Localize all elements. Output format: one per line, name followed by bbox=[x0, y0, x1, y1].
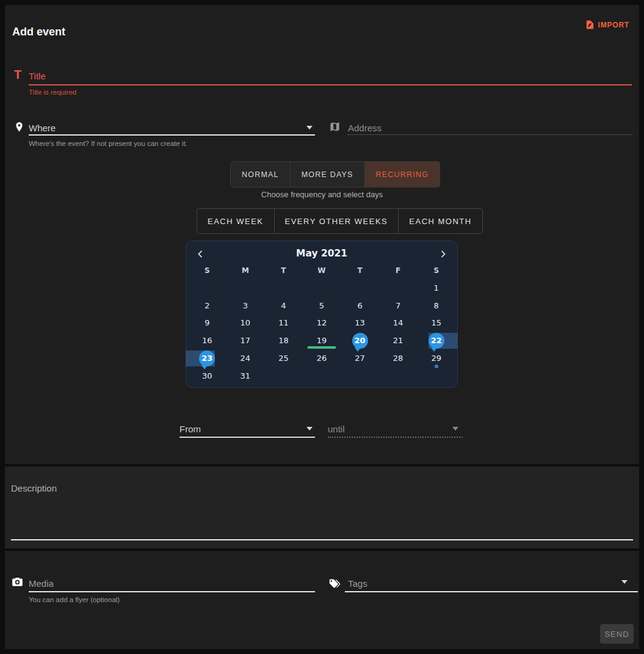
calendar-day-number: 16 bbox=[199, 333, 215, 349]
calendar-day[interactable]: 31 bbox=[226, 367, 265, 385]
calendar-day-number: 9 bbox=[199, 315, 215, 331]
calendar-day[interactable]: 7 bbox=[379, 297, 418, 314]
send-button[interactable]: SEND bbox=[600, 624, 634, 644]
calendar-day-number bbox=[314, 280, 330, 296]
tags-select[interactable]: Tags bbox=[348, 578, 367, 589]
calendar-day-number: 31 bbox=[237, 368, 253, 383]
calendar-day[interactable]: 29 bbox=[417, 349, 455, 367]
frequency-every-other-weeks[interactable]: EVERY OTHER WEEKS bbox=[274, 209, 399, 233]
calendar-day-number: 25 bbox=[275, 351, 291, 366]
calendar-day-number: 18 bbox=[275, 333, 291, 349]
calendar-day[interactable]: 23 bbox=[188, 349, 226, 367]
calendar-day-number: 6 bbox=[352, 297, 368, 313]
where-select[interactable]: Where bbox=[29, 123, 56, 133]
tab-normal[interactable]: NORMAL bbox=[231, 162, 290, 187]
calendar-day-number: 15 bbox=[429, 315, 444, 331]
calendar-day-number: 29 bbox=[429, 351, 444, 366]
calendar-day[interactable]: 12 bbox=[303, 314, 341, 332]
calendar-day-empty bbox=[379, 367, 418, 385]
calendar-day-number: 10 bbox=[237, 315, 253, 331]
calendar-day[interactable]: 13 bbox=[341, 314, 379, 332]
calendar-day[interactable]: 15 bbox=[417, 314, 455, 332]
calendar-day-number bbox=[352, 368, 368, 383]
tab-more-days[interactable]: MORE DAYS bbox=[290, 162, 364, 187]
calendar-day[interactable]: 16 bbox=[188, 332, 226, 349]
calendar-day[interactable]: 18 bbox=[264, 332, 303, 349]
map-icon bbox=[329, 121, 341, 133]
tab-recurring[interactable]: RECURRING bbox=[364, 162, 440, 187]
media-input[interactable]: Media bbox=[29, 578, 54, 589]
weekday-label: T bbox=[264, 263, 303, 278]
calendar-day[interactable]: 27 bbox=[341, 349, 379, 367]
add-event-form: Add event IMPORT T Title Title is requir… bbox=[5, 5, 639, 464]
tags-icon bbox=[328, 577, 341, 590]
calendar-day[interactable]: 2 bbox=[188, 297, 226, 314]
calendar-day-number: 5 bbox=[314, 297, 330, 313]
title-input[interactable]: Title bbox=[29, 71, 46, 81]
calendar-day[interactable]: 20 bbox=[341, 332, 379, 349]
event-mode-tabs: NORMAL MORE DAYS RECURRING bbox=[230, 161, 440, 187]
calendar-day[interactable]: 14 bbox=[379, 314, 418, 332]
calendar-day-empty bbox=[379, 279, 418, 297]
calendar-grid: 1234567891011121314151617181920212223242… bbox=[188, 279, 455, 385]
file-import-icon bbox=[585, 20, 595, 30]
frequency-hint: Choose frequency and select days bbox=[5, 190, 639, 199]
calendar-day[interactable]: 5 bbox=[303, 297, 341, 314]
calendar-day-empty bbox=[417, 367, 455, 385]
calendar-day-number bbox=[390, 280, 406, 296]
weekday-label: S bbox=[417, 263, 455, 278]
title-icon: T bbox=[14, 68, 21, 82]
calendar-day[interactable]: 4 bbox=[264, 297, 303, 314]
calendar-day[interactable]: 1 bbox=[417, 279, 455, 297]
calendar-day-number bbox=[237, 280, 253, 296]
calendar-day[interactable]: 30 bbox=[188, 367, 226, 385]
calendar-next-month-button[interactable] bbox=[437, 248, 449, 260]
location-pin-icon bbox=[13, 120, 25, 134]
calendar-day-number: 17 bbox=[237, 333, 253, 349]
calendar-day[interactable]: 28 bbox=[379, 349, 418, 367]
frequency-each-week[interactable]: EACH WEEK bbox=[197, 209, 274, 233]
media-helper-text: You can add a flyer (optional) bbox=[29, 596, 120, 603]
calendar-day[interactable]: 17 bbox=[226, 332, 265, 349]
calendar-day[interactable]: 26 bbox=[303, 349, 341, 367]
where-helper-text: Where's the event? If not present you ca… bbox=[29, 140, 187, 147]
description-underline bbox=[11, 539, 633, 540]
calendar-day[interactable]: 8 bbox=[417, 297, 455, 314]
calendar-day[interactable]: 19 bbox=[303, 332, 341, 349]
calendar-day-empty bbox=[226, 279, 265, 297]
calendar-day[interactable]: 11 bbox=[264, 314, 303, 332]
until-time-select[interactable]: until bbox=[328, 424, 345, 434]
calendar-day-empty bbox=[341, 367, 379, 385]
calendar-day-number: 11 bbox=[275, 315, 291, 331]
calendar-day-number: 7 bbox=[390, 297, 406, 313]
calendar-day[interactable]: 21 bbox=[379, 332, 418, 349]
calendar-day-empty bbox=[188, 279, 226, 297]
calendar-day-number bbox=[275, 368, 291, 383]
calendar-day[interactable]: 9 bbox=[188, 314, 226, 332]
calendar-day-empty bbox=[264, 367, 303, 385]
from-time-select[interactable]: From bbox=[179, 424, 201, 434]
where-underline bbox=[29, 134, 315, 136]
calendar-day[interactable]: 3 bbox=[226, 297, 265, 314]
chevron-down-icon bbox=[306, 126, 313, 129]
weekday-label: S bbox=[188, 263, 226, 278]
calendar-day[interactable]: 6 bbox=[341, 297, 379, 314]
calendar-day-number: 1 bbox=[429, 280, 444, 296]
description-textarea[interactable]: Description bbox=[11, 483, 57, 493]
calendar-day-number: 22 bbox=[429, 333, 444, 349]
frequency-each-month[interactable]: EACH MONTH bbox=[398, 209, 482, 233]
calendar-day[interactable]: 22 bbox=[417, 332, 455, 349]
weekday-label: T bbox=[341, 263, 379, 278]
import-button[interactable]: IMPORT bbox=[585, 20, 629, 30]
title-underline bbox=[29, 84, 632, 85]
calendar-day-empty bbox=[303, 279, 341, 297]
calendar-day[interactable]: 10 bbox=[226, 314, 265, 332]
calendar-day-number bbox=[275, 280, 291, 296]
calendar-day-number: 30 bbox=[199, 368, 215, 383]
calendar-day[interactable]: 25 bbox=[264, 349, 303, 367]
address-input[interactable]: Address bbox=[348, 123, 382, 133]
weekday-row: SMTWTFS bbox=[188, 263, 455, 278]
calendar-day[interactable]: 24 bbox=[226, 349, 265, 367]
chevron-down-icon bbox=[452, 427, 458, 431]
description-section: Description bbox=[5, 467, 639, 548]
